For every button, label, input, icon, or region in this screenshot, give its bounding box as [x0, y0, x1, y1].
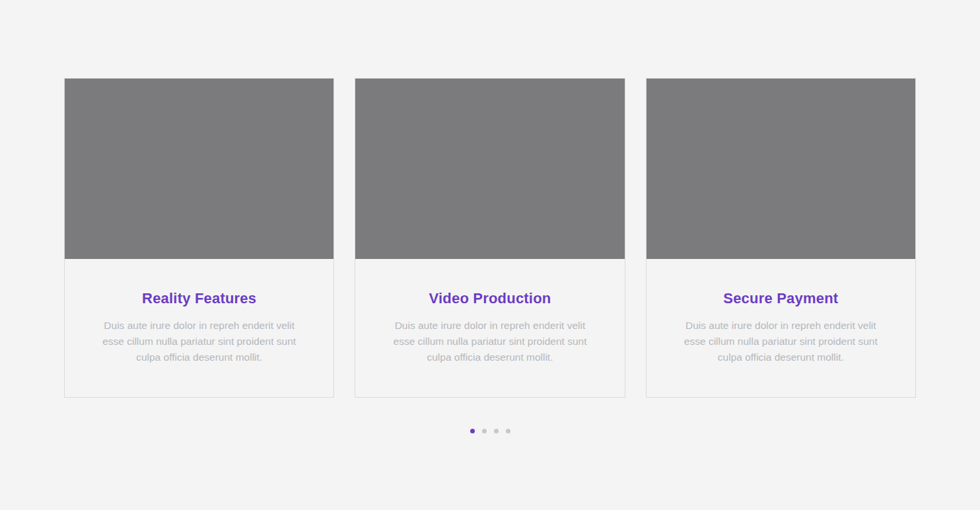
page: { "colors": { "accent": "#6c3bc5", "page…	[0, 0, 980, 510]
feature-card: Video Production Duis aute irure dolor i…	[355, 78, 625, 398]
carousel-pagination	[64, 429, 916, 433]
card-description: Duis aute irure dolor in repreh enderit …	[678, 318, 884, 365]
card-image-placeholder	[647, 79, 915, 259]
card-body: Secure Payment Duis aute irure dolor in …	[647, 259, 915, 397]
carousel-track[interactable]: Reality Features Duis aute irure dolor i…	[64, 78, 916, 398]
card-image-placeholder	[65, 79, 333, 259]
pagination-dot-2[interactable]	[482, 429, 487, 433]
card-title: Video Production	[387, 290, 592, 307]
pagination-dot-3[interactable]	[494, 429, 499, 433]
card-description: Duis aute irure dolor in repreh enderit …	[387, 318, 592, 365]
card-title: Secure Payment	[678, 290, 884, 307]
feature-card: Reality Features Duis aute irure dolor i…	[64, 78, 334, 398]
card-title: Reality Features	[96, 290, 302, 307]
feature-card: Secure Payment Duis aute irure dolor in …	[646, 78, 916, 398]
card-image-placeholder	[355, 79, 624, 259]
card-body: Reality Features Duis aute irure dolor i…	[65, 259, 333, 397]
features-carousel: Reality Features Duis aute irure dolor i…	[64, 78, 916, 433]
card-description: Duis aute irure dolor in repreh enderit …	[96, 318, 302, 365]
pagination-dot-4[interactable]	[506, 429, 510, 433]
card-body: Video Production Duis aute irure dolor i…	[355, 259, 624, 397]
pagination-dot-1[interactable]	[470, 429, 475, 433]
